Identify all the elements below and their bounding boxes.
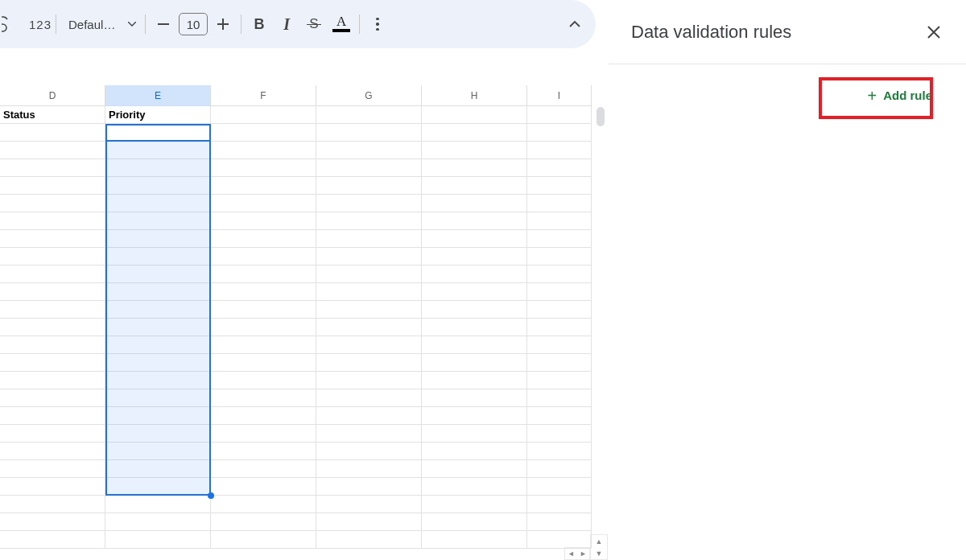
cell[interactable] — [316, 319, 422, 336]
cell[interactable] — [0, 372, 105, 389]
cell[interactable] — [527, 496, 592, 513]
cell[interactable] — [0, 443, 105, 460]
cell[interactable] — [422, 283, 527, 301]
cell[interactable] — [0, 195, 105, 212]
spreadsheet-grid[interactable]: DEFGHI StatusPriority ▲ ▼ ◄ ► — [0, 85, 608, 560]
cell[interactable] — [211, 248, 316, 266]
cell[interactable] — [0, 177, 105, 195]
cell[interactable] — [211, 142, 316, 159]
cell[interactable] — [105, 443, 211, 460]
cell[interactable] — [211, 266, 316, 283]
cell[interactable] — [211, 106, 316, 124]
cell[interactable] — [316, 460, 422, 478]
cell[interactable] — [0, 124, 105, 142]
cell[interactable] — [422, 460, 527, 478]
cell[interactable] — [527, 443, 592, 460]
cell[interactable] — [422, 266, 527, 283]
cell[interactable] — [527, 124, 592, 142]
strikethrough-button[interactable]: S — [300, 10, 328, 38]
text-color-button[interactable]: A — [328, 10, 355, 38]
cell[interactable] — [422, 159, 527, 177]
cell[interactable] — [0, 425, 105, 443]
cell[interactable] — [105, 195, 211, 212]
cell[interactable] — [316, 531, 422, 549]
cell[interactable] — [422, 443, 527, 460]
cell[interactable] — [527, 336, 592, 354]
cell[interactable] — [105, 354, 211, 372]
cell[interactable] — [211, 159, 316, 177]
cell[interactable] — [211, 372, 316, 389]
cell[interactable] — [0, 319, 105, 336]
cell[interactable] — [316, 513, 422, 531]
cell[interactable] — [211, 212, 316, 230]
font-size-decrease-button[interactable] — [150, 10, 177, 38]
cell[interactable]: Priority — [105, 106, 211, 124]
cell[interactable] — [527, 513, 592, 531]
cell[interactable] — [316, 106, 422, 124]
panel-close-button[interactable] — [919, 18, 948, 47]
cell[interactable] — [105, 425, 211, 443]
cell[interactable] — [211, 443, 316, 460]
cell[interactable] — [105, 531, 211, 549]
cell[interactable] — [0, 354, 105, 372]
cell[interactable] — [316, 336, 422, 354]
column-header-I[interactable]: I — [527, 85, 592, 105]
cell[interactable] — [422, 513, 527, 531]
cell[interactable] — [527, 531, 592, 549]
cell[interactable] — [0, 407, 105, 425]
cell[interactable] — [316, 230, 422, 248]
column-header-E[interactable]: E — [105, 85, 211, 105]
cell[interactable] — [211, 496, 316, 513]
cell[interactable] — [0, 478, 105, 496]
cell[interactable] — [422, 425, 527, 443]
cell[interactable] — [422, 319, 527, 336]
collapse-toolbar-button[interactable] — [568, 20, 581, 28]
column-header-H[interactable]: H — [422, 85, 527, 105]
cell[interactable] — [527, 212, 592, 230]
cell[interactable] — [105, 407, 211, 425]
cell[interactable] — [527, 248, 592, 266]
cell[interactable] — [211, 389, 316, 407]
cell[interactable] — [316, 124, 422, 142]
cell[interactable] — [0, 159, 105, 177]
cell[interactable] — [0, 301, 105, 319]
cell[interactable] — [0, 230, 105, 248]
cell[interactable]: Status — [0, 106, 105, 124]
add-rule-button[interactable]: + Add rule — [856, 80, 943, 110]
cell[interactable] — [211, 230, 316, 248]
cell[interactable] — [422, 407, 527, 425]
cell[interactable] — [527, 106, 592, 124]
cell[interactable] — [422, 106, 527, 124]
cell[interactable] — [527, 301, 592, 319]
column-header-D[interactable]: D — [0, 85, 105, 105]
cell[interactable] — [316, 301, 422, 319]
cell[interactable] — [0, 248, 105, 266]
cell[interactable] — [0, 212, 105, 230]
cell[interactable] — [527, 354, 592, 372]
cell[interactable] — [211, 460, 316, 478]
cell[interactable] — [105, 301, 211, 319]
cell[interactable] — [0, 496, 105, 513]
cell[interactable] — [105, 142, 211, 159]
cell[interactable] — [316, 496, 422, 513]
cell[interactable] — [422, 177, 527, 195]
cell[interactable] — [105, 230, 211, 248]
bold-button[interactable]: B — [246, 10, 273, 38]
scroll-down-button[interactable]: ▼ — [591, 547, 607, 559]
cell[interactable] — [0, 460, 105, 478]
cell[interactable] — [105, 496, 211, 513]
cell[interactable] — [527, 142, 592, 159]
cell[interactable] — [316, 212, 422, 230]
vertical-scrollbar-thumb[interactable] — [597, 107, 605, 126]
cell[interactable] — [422, 195, 527, 212]
toolbar-overflow-button[interactable] — [364, 10, 391, 38]
cell[interactable] — [422, 230, 527, 248]
cell[interactable] — [527, 389, 592, 407]
cell[interactable] — [316, 389, 422, 407]
cell[interactable] — [211, 301, 316, 319]
cell[interactable] — [316, 354, 422, 372]
cell[interactable] — [422, 336, 527, 354]
cell[interactable] — [422, 372, 527, 389]
cell[interactable] — [105, 248, 211, 266]
cell[interactable] — [316, 425, 422, 443]
